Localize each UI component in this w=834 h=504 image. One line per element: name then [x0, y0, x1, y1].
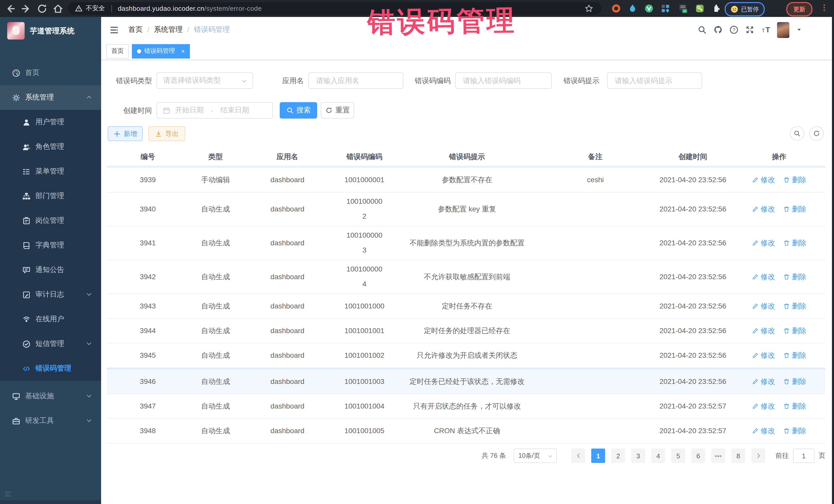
app-name-input[interactable]	[315, 76, 397, 85]
delete-link[interactable]: 删除	[783, 237, 806, 248]
sidebar-item-错误码管理[interactable]: 错误码管理	[0, 356, 101, 381]
delete-link[interactable]: 删除	[783, 271, 806, 282]
extensions-puzzle-icon[interactable]	[711, 4, 721, 13]
search-icon[interactable]	[698, 25, 707, 35]
hamburger-icon[interactable]	[109, 25, 119, 35]
edit-link[interactable]: 修改	[752, 301, 775, 311]
edit-link[interactable]: 修改	[752, 350, 775, 361]
more-pages-button[interactable]: •••	[711, 448, 725, 463]
browser-home-icon[interactable]	[52, 3, 64, 14]
delete-link[interactable]: 删除	[783, 301, 806, 311]
page-button-2[interactable]: 2	[611, 448, 625, 463]
page-button-4[interactable]: 4	[651, 448, 665, 463]
edit-link[interactable]: 修改	[752, 237, 775, 248]
delete-link[interactable]: 删除	[783, 174, 806, 185]
dict-icon	[22, 241, 31, 250]
error-code-input[interactable]	[462, 76, 545, 85]
breadcrumb-home[interactable]: 首页	[128, 25, 143, 35]
sidebar-item-首页[interactable]: 首页	[0, 61, 101, 85]
sidebar-item-菜单管理[interactable]: 菜单管理	[0, 159, 101, 184]
delete-link[interactable]: 删除	[783, 425, 806, 436]
browser-back-icon[interactable]	[5, 3, 16, 14]
prev-page-button[interactable]	[571, 448, 585, 463]
sidebar-item-审计日志[interactable]: 审计日志	[0, 282, 101, 307]
fullscreen-icon[interactable]	[745, 25, 754, 35]
toggle-search-button[interactable]	[790, 126, 804, 140]
page-button-5[interactable]: 5	[671, 448, 685, 463]
edit-link[interactable]: 修改	[752, 271, 775, 282]
pencil-icon	[752, 303, 759, 309]
page-button-6[interactable]: 6	[691, 448, 705, 463]
cell-app: dashboard	[242, 226, 333, 260]
error-code-table: 编号 类型 应用名 错误码编码 错误码提示 备注 创建时间 操作 3939手动编…	[107, 148, 825, 443]
edit-link[interactable]: 修改	[752, 376, 775, 387]
edit-link[interactable]: 修改	[752, 325, 775, 336]
search-button[interactable]: 搜索	[280, 102, 317, 118]
sidebar-item-通知公告[interactable]: 通知公告	[0, 258, 101, 282]
chevron-down-icon[interactable]	[796, 27, 802, 33]
extension-drop-icon[interactable]	[628, 4, 637, 13]
extension-orange-icon[interactable]	[611, 4, 621, 13]
help-icon[interactable]: ?	[729, 25, 739, 35]
chevron-down-icon	[86, 291, 92, 298]
error-type-select[interactable]: 请选择错误码类型	[156, 72, 253, 89]
extension-vue-icon[interactable]	[644, 4, 654, 13]
sidebar-item-字典管理[interactable]: 字典管理	[0, 233, 101, 258]
sidebar-item-研发工具[interactable]: 研发工具	[0, 409, 101, 433]
delete-link[interactable]: 删除	[783, 325, 806, 336]
sidebar-header[interactable]: 芋道管理系统	[0, 17, 101, 45]
address-bar[interactable]: 不安全 dashboard.yudao.iocoder.cn/system/er…	[68, 2, 601, 15]
sidebar-collapse-icon[interactable]	[4, 490, 12, 498]
user-avatar[interactable]	[777, 22, 789, 38]
cell-hint: 不能删除类型为系统内置的参数配置	[396, 226, 538, 260]
sidebar-item-在线用户[interactable]: 在线用户	[0, 307, 101, 332]
refresh-table-button[interactable]	[809, 126, 824, 140]
recorder-paused-badge[interactable]: 已暂停	[725, 2, 765, 17]
delete-link[interactable]: 删除	[783, 400, 806, 412]
tag-error-code[interactable]: 错误码管理 ×	[132, 44, 190, 58]
reset-button[interactable]: 重置	[321, 102, 354, 118]
sidebar-item-角色管理[interactable]: 角色管理	[0, 134, 101, 159]
cell-id: 3941	[107, 226, 189, 260]
edit-link[interactable]: 修改	[752, 425, 775, 436]
page-size-select[interactable]: 10条/页	[514, 448, 557, 463]
delete-link[interactable]: 删除	[783, 350, 806, 361]
sidebar-item-短信管理[interactable]: 短信管理	[0, 332, 101, 356]
sidebar-item-基础设施[interactable]: 基础设施	[0, 384, 101, 409]
edit-link[interactable]: 修改	[752, 203, 775, 215]
cell-hint: 不允许获取敏感配置到前端	[396, 260, 538, 293]
sidebar-item-用户管理[interactable]: 用户管理	[0, 110, 101, 134]
sidebar-item-部门管理[interactable]: 部门管理	[0, 184, 101, 209]
extension-key-icon[interactable]	[695, 4, 705, 13]
cell-code: 1001000004	[333, 260, 396, 293]
search-icon	[793, 130, 800, 137]
edit-link[interactable]: 修改	[752, 400, 775, 412]
font-size-icon[interactable]: TT	[761, 25, 770, 35]
add-button[interactable]: 新增	[108, 126, 143, 141]
close-icon[interactable]: ×	[181, 47, 185, 54]
browser-forward-icon[interactable]	[21, 3, 32, 14]
tag-home[interactable]: 首页	[106, 44, 129, 58]
sidebar-item-岗位管理[interactable]: 岗位管理	[0, 209, 101, 233]
page-button-8[interactable]: 8	[731, 448, 745, 463]
export-button[interactable]: 导出	[148, 126, 185, 141]
goto-page-input[interactable]: 1	[793, 448, 814, 463]
page-button-3[interactable]: 3	[631, 448, 645, 463]
browser-menu-icon[interactable]	[820, 4, 828, 13]
extension-grid-icon[interactable]	[660, 4, 670, 13]
sidebar-item-系统管理[interactable]: 系统管理	[0, 85, 101, 110]
cell-app: dashboard	[242, 168, 333, 192]
error-hint-input[interactable]	[614, 76, 696, 85]
page-button-1[interactable]: 1	[591, 448, 605, 463]
edit-link[interactable]: 修改	[752, 174, 775, 185]
delete-link[interactable]: 删除	[783, 376, 806, 387]
browser-update-button[interactable]: 更新	[786, 2, 812, 17]
next-page-button[interactable]	[751, 448, 765, 463]
date-range-picker[interactable]: 开始日期 - 结束日期	[156, 102, 273, 118]
github-icon[interactable]	[714, 25, 723, 35]
breadcrumb-system[interactable]: 系统管理	[154, 25, 183, 35]
delete-link[interactable]: 删除	[783, 203, 806, 215]
browser-reload-icon[interactable]	[37, 3, 48, 14]
extension-on-badge-icon[interactable]: on	[678, 4, 688, 13]
bookmark-star-icon[interactable]	[585, 4, 593, 13]
